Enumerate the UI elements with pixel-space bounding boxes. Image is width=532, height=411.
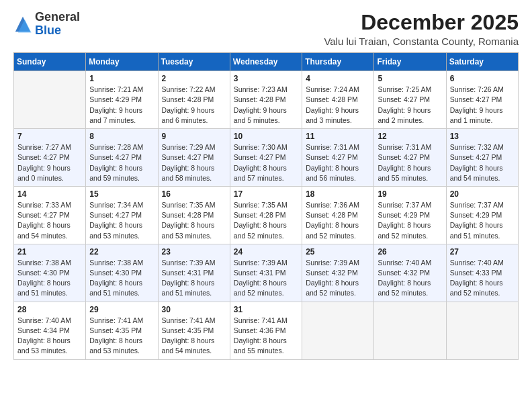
calendar-cell: 18Sunrise: 7:36 AM Sunset: 4:28 PM Dayli… (302, 186, 374, 244)
day-number: 27 (450, 247, 515, 257)
calendar-cell (374, 302, 446, 359)
day-number: 4 (306, 74, 370, 83)
calendar-week-row: 14Sunrise: 7:33 AM Sunset: 4:27 PM Dayli… (14, 186, 519, 244)
weekday-header-friday: Friday (374, 53, 446, 71)
day-number: 1 (89, 74, 154, 83)
cell-sun-info: Sunrise: 7:31 AM Sunset: 4:27 PM Dayligh… (378, 142, 442, 183)
day-number: 20 (450, 189, 515, 199)
day-number: 15 (89, 189, 154, 199)
logo: General Blue (13, 11, 80, 38)
calendar-cell: 1Sunrise: 7:21 AM Sunset: 4:29 PM Daylig… (86, 71, 158, 129)
calendar-cell: 16Sunrise: 7:35 AM Sunset: 4:28 PM Dayli… (158, 186, 230, 244)
calendar-week-row: 7Sunrise: 7:27 AM Sunset: 4:27 PM Daylig… (14, 129, 519, 187)
calendar-cell: 24Sunrise: 7:39 AM Sunset: 4:31 PM Dayli… (230, 244, 302, 302)
cell-sun-info: Sunrise: 7:37 AM Sunset: 4:29 PM Dayligh… (378, 200, 442, 241)
cell-sun-info: Sunrise: 7:40 AM Sunset: 4:34 PM Dayligh… (17, 316, 82, 357)
cell-sun-info: Sunrise: 7:35 AM Sunset: 4:28 PM Dayligh… (234, 200, 298, 241)
weekday-header-saturday: Saturday (446, 53, 518, 71)
calendar-week-row: 21Sunrise: 7:38 AM Sunset: 4:30 PM Dayli… (14, 244, 519, 302)
calendar-cell: 14Sunrise: 7:33 AM Sunset: 4:27 PM Dayli… (14, 186, 86, 244)
cell-sun-info: Sunrise: 7:41 AM Sunset: 4:35 PM Dayligh… (162, 316, 226, 357)
calendar-cell (302, 302, 374, 359)
cell-sun-info: Sunrise: 7:33 AM Sunset: 4:27 PM Dayligh… (17, 200, 82, 241)
calendar-cell: 23Sunrise: 7:39 AM Sunset: 4:31 PM Dayli… (158, 244, 230, 302)
cell-sun-info: Sunrise: 7:38 AM Sunset: 4:30 PM Dayligh… (17, 258, 82, 299)
day-number: 23 (162, 247, 226, 257)
cell-sun-info: Sunrise: 7:21 AM Sunset: 4:29 PM Dayligh… (89, 85, 154, 126)
cell-sun-info: Sunrise: 7:22 AM Sunset: 4:28 PM Dayligh… (162, 85, 226, 126)
weekday-header-sunday: Sunday (14, 53, 86, 71)
calendar-cell: 28Sunrise: 7:40 AM Sunset: 4:34 PM Dayli… (14, 302, 86, 359)
cell-sun-info: Sunrise: 7:31 AM Sunset: 4:27 PM Dayligh… (306, 142, 370, 183)
calendar-cell: 30Sunrise: 7:41 AM Sunset: 4:35 PM Dayli… (158, 302, 230, 359)
cell-sun-info: Sunrise: 7:40 AM Sunset: 4:32 PM Dayligh… (378, 258, 442, 299)
calendar-cell (14, 71, 86, 129)
cell-sun-info: Sunrise: 7:26 AM Sunset: 4:27 PM Dayligh… (450, 85, 515, 126)
day-number: 5 (378, 74, 442, 83)
cell-sun-info: Sunrise: 7:35 AM Sunset: 4:28 PM Dayligh… (162, 200, 226, 241)
cell-sun-info: Sunrise: 7:24 AM Sunset: 4:28 PM Dayligh… (306, 85, 370, 126)
day-number: 31 (234, 305, 298, 314)
day-number: 7 (17, 132, 82, 141)
calendar-cell: 19Sunrise: 7:37 AM Sunset: 4:29 PM Dayli… (374, 186, 446, 244)
month-title: December 2025 (324, 11, 519, 34)
weekday-header-wednesday: Wednesday (230, 53, 302, 71)
calendar-week-row: 1Sunrise: 7:21 AM Sunset: 4:29 PM Daylig… (14, 71, 519, 129)
cell-sun-info: Sunrise: 7:36 AM Sunset: 4:28 PM Dayligh… (306, 200, 370, 241)
day-number: 8 (89, 132, 154, 141)
weekday-header-tuesday: Tuesday (158, 53, 230, 71)
day-number: 25 (306, 247, 370, 257)
day-number: 26 (378, 247, 442, 257)
logo-general-text: General (35, 10, 80, 24)
page-header: General Blue December 2025 Valu lui Trai… (13, 11, 519, 47)
day-number: 3 (234, 74, 298, 83)
calendar-table: SundayMondayTuesdayWednesdayThursdayFrid… (13, 52, 519, 359)
day-number: 2 (162, 74, 226, 83)
calendar-cell: 7Sunrise: 7:27 AM Sunset: 4:27 PM Daylig… (14, 129, 86, 187)
calendar-cell: 22Sunrise: 7:38 AM Sunset: 4:30 PM Dayli… (86, 244, 158, 302)
day-number: 30 (162, 305, 226, 314)
cell-sun-info: Sunrise: 7:39 AM Sunset: 4:32 PM Dayligh… (306, 258, 370, 299)
day-number: 13 (450, 132, 515, 141)
day-number: 21 (17, 247, 82, 257)
day-number: 10 (234, 132, 298, 141)
calendar-cell: 12Sunrise: 7:31 AM Sunset: 4:27 PM Dayli… (374, 129, 446, 187)
weekday-header-monday: Monday (86, 53, 158, 71)
calendar-cell: 26Sunrise: 7:40 AM Sunset: 4:32 PM Dayli… (374, 244, 446, 302)
day-number: 9 (162, 132, 226, 141)
location-subtitle: Valu lui Traian, Constanta County, Roman… (324, 36, 519, 47)
cell-sun-info: Sunrise: 7:28 AM Sunset: 4:27 PM Dayligh… (89, 142, 154, 183)
calendar-cell: 27Sunrise: 7:40 AM Sunset: 4:33 PM Dayli… (446, 244, 518, 302)
cell-sun-info: Sunrise: 7:25 AM Sunset: 4:27 PM Dayligh… (378, 85, 442, 126)
calendar-cell: 31Sunrise: 7:41 AM Sunset: 4:36 PM Dayli… (230, 302, 302, 359)
day-number: 17 (234, 189, 298, 199)
calendar-cell: 20Sunrise: 7:37 AM Sunset: 4:29 PM Dayli… (446, 186, 518, 244)
calendar-cell: 17Sunrise: 7:35 AM Sunset: 4:28 PM Dayli… (230, 186, 302, 244)
calendar-week-row: 28Sunrise: 7:40 AM Sunset: 4:34 PM Dayli… (14, 302, 519, 359)
calendar-cell: 13Sunrise: 7:32 AM Sunset: 4:27 PM Dayli… (446, 129, 518, 187)
cell-sun-info: Sunrise: 7:27 AM Sunset: 4:27 PM Dayligh… (17, 142, 82, 183)
day-number: 12 (378, 132, 442, 141)
cell-sun-info: Sunrise: 7:30 AM Sunset: 4:27 PM Dayligh… (234, 142, 298, 183)
cell-sun-info: Sunrise: 7:29 AM Sunset: 4:27 PM Dayligh… (162, 142, 226, 183)
cell-sun-info: Sunrise: 7:40 AM Sunset: 4:33 PM Dayligh… (450, 258, 515, 299)
logo-icon (13, 15, 32, 34)
cell-sun-info: Sunrise: 7:41 AM Sunset: 4:35 PM Dayligh… (89, 316, 154, 357)
day-number: 24 (234, 247, 298, 257)
calendar-cell: 4Sunrise: 7:24 AM Sunset: 4:28 PM Daylig… (302, 71, 374, 129)
day-number: 14 (17, 189, 82, 199)
cell-sun-info: Sunrise: 7:23 AM Sunset: 4:28 PM Dayligh… (234, 85, 298, 126)
calendar-cell: 3Sunrise: 7:23 AM Sunset: 4:28 PM Daylig… (230, 71, 302, 129)
calendar-cell: 29Sunrise: 7:41 AM Sunset: 4:35 PM Dayli… (86, 302, 158, 359)
calendar-cell: 9Sunrise: 7:29 AM Sunset: 4:27 PM Daylig… (158, 129, 230, 187)
day-number: 19 (378, 189, 442, 199)
weekday-header-row: SundayMondayTuesdayWednesdayThursdayFrid… (14, 53, 519, 71)
weekday-header-thursday: Thursday (302, 53, 374, 71)
calendar-cell: 11Sunrise: 7:31 AM Sunset: 4:27 PM Dayli… (302, 129, 374, 187)
cell-sun-info: Sunrise: 7:32 AM Sunset: 4:27 PM Dayligh… (450, 142, 515, 183)
cell-sun-info: Sunrise: 7:39 AM Sunset: 4:31 PM Dayligh… (234, 258, 298, 299)
day-number: 18 (306, 189, 370, 199)
calendar-cell: 10Sunrise: 7:30 AM Sunset: 4:27 PM Dayli… (230, 129, 302, 187)
calendar-cell: 8Sunrise: 7:28 AM Sunset: 4:27 PM Daylig… (86, 129, 158, 187)
day-number: 16 (162, 189, 226, 199)
